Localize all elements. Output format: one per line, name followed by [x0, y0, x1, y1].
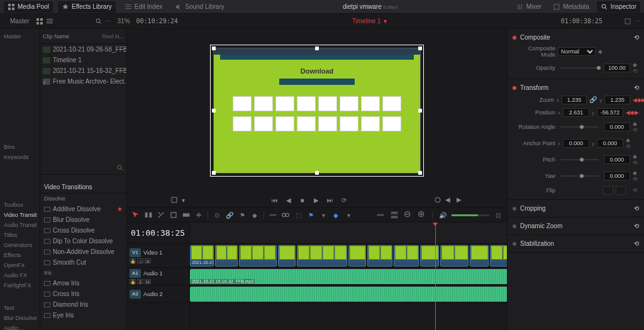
timeline-ruler[interactable]: [190, 223, 507, 244]
column-header[interactable]: Clip Name: [43, 33, 69, 40]
track-badge[interactable]: A2: [130, 290, 141, 299]
anchor-y-value[interactable]: 0.000: [597, 139, 623, 148]
video-clip[interactable]: [440, 245, 469, 267]
clip-item[interactable]: 2021-10-21 15-16-32_FFB...: [40, 65, 126, 76]
timeline-body[interactable]: 2021-10-21 09-26-58_FFB.mp4: [190, 223, 507, 330]
composite-mode-select[interactable]: Normal: [558, 47, 596, 56]
track-header-v1[interactable]: V1Video 1 🔒◇⊘: [127, 244, 189, 268]
sidebar-item[interactable]: Bins: [3, 142, 37, 152]
track-header-a1[interactable]: A1Audio 1 🔒SM: [127, 268, 189, 285]
audio-track-1[interactable]: 2021-10-21 15-16-32_FFB.mp3: [190, 268, 507, 285]
lock-icon[interactable]: 🔒: [130, 258, 136, 263]
audio-clip[interactable]: [190, 287, 507, 302]
zoom-out-icon[interactable]: [403, 210, 413, 220]
sidebar-item[interactable]: FairlightFX: [3, 280, 37, 290]
solo-toggle[interactable]: S: [137, 279, 143, 284]
video-clip[interactable]: [420, 245, 439, 267]
sidebar-item[interactable]: Video Transitions: [3, 210, 37, 220]
group-label[interactable]: Dissolve: [40, 194, 126, 204]
position-lock[interactable]: ⬚: [293, 210, 303, 220]
video-clip[interactable]: [278, 245, 296, 267]
timeline-selector[interactable]: Timeline 1 ▾: [352, 18, 387, 25]
flag-blue[interactable]: ⚑: [306, 210, 316, 220]
zoom-in-icon[interactable]: [417, 210, 427, 220]
link-toggle[interactable]: [280, 210, 291, 220]
marker-blue[interactable]: ◆: [331, 210, 341, 220]
flip-h-button[interactable]: [603, 186, 613, 195]
resize-handle[interactable]: [418, 109, 422, 113]
zoom-slider-icon[interactable]: [375, 210, 386, 220]
resize-handle[interactable]: [315, 171, 319, 175]
blade-tool[interactable]: [156, 210, 166, 220]
transition-item[interactable]: Eye Iris: [40, 310, 126, 321]
tab-inspector[interactable]: Inspector: [597, 1, 640, 13]
lock-icon[interactable]: 🔒: [130, 279, 136, 284]
volume-icon[interactable]: 🔊: [438, 210, 448, 220]
dropdown-icon[interactable]: ▾: [343, 210, 353, 220]
transition-item[interactable]: Cross Iris: [40, 289, 126, 299]
section-dynamic-zoom[interactable]: Dynamic Zoom⟲: [513, 220, 639, 232]
pos-y-value[interactable]: -56.572: [597, 108, 623, 117]
transition-item[interactable]: Non-Additive Dissolve: [40, 246, 126, 257]
replace-tool[interactable]: [194, 210, 204, 220]
clip-item[interactable]: ♪Free Music Archive- Elect...: [40, 76, 126, 87]
sidebar-item[interactable]: Generators: [3, 240, 37, 250]
resize-handle[interactable]: [418, 47, 422, 50]
keyframe-controls[interactable]: ◀◆▶: [626, 109, 632, 116]
loop-button[interactable]: ⟳: [340, 195, 348, 204]
mark-in-icon[interactable]: ◀: [445, 196, 453, 204]
mute-icon[interactable]: ⊡: [493, 210, 503, 220]
keyframe-controls[interactable]: ◆ ⟲: [626, 137, 632, 150]
disable-toggle[interactable]: ⊘: [145, 258, 151, 263]
sidebar-item[interactable]: Keywords: [3, 152, 37, 162]
anchor-x-value[interactable]: 0.000: [563, 139, 589, 148]
timeline-timecode[interactable]: 01:00:38:25: [127, 223, 189, 244]
search-icon[interactable]: [95, 18, 103, 25]
playhead[interactable]: [435, 223, 436, 330]
video-clip[interactable]: [215, 245, 238, 267]
keyframe-controls[interactable]: ◆ ⟲: [633, 62, 639, 74]
resize-handle[interactable]: [418, 171, 422, 175]
pitch-value[interactable]: 0.000: [604, 155, 630, 164]
more-icon[interactable]: ⋯: [634, 18, 640, 25]
keyframe-controls[interactable]: ◆ ⟲: [633, 170, 639, 182]
sidebar-item[interactable]: Text: [3, 303, 37, 313]
section-cropping[interactable]: Cropping⟲: [513, 202, 639, 214]
opacity-value[interactable]: 100.00: [604, 63, 630, 72]
keyframe-controls[interactable]: ◀◆▶: [633, 97, 639, 103]
flag-tool[interactable]: ⚑: [237, 210, 247, 220]
resize-handle[interactable]: [212, 47, 216, 50]
overwrite-tool[interactable]: [181, 210, 191, 220]
resize-handle[interactable]: [315, 47, 319, 50]
snap-tool[interactable]: ⊙: [212, 210, 222, 220]
match-frame-icon[interactable]: [434, 196, 441, 204]
tab-media-pool[interactable]: Media Pool: [4, 1, 53, 13]
sidebar-item[interactable]: Titles: [3, 230, 37, 240]
resize-handle[interactable]: [212, 171, 216, 175]
clip-item[interactable]: Timeline 1: [40, 55, 126, 65]
pitch-slider[interactable]: [560, 159, 599, 160]
video-clip[interactable]: [348, 245, 366, 267]
video-clip[interactable]: [367, 245, 392, 267]
track-badge[interactable]: A1: [130, 269, 141, 278]
video-clip[interactable]: [394, 245, 419, 267]
auto-select-toggle[interactable]: ◇: [137, 258, 143, 263]
marker-tool[interactable]: ◆: [250, 210, 260, 220]
keyframe-controls[interactable]: ◆ ⟲: [633, 121, 639, 133]
audio-track-2[interactable]: [190, 285, 507, 303]
yaw-value[interactable]: 0.000: [604, 172, 630, 180]
sidebar-item[interactable]: Blur Dissolve: [3, 313, 37, 323]
transition-item[interactable]: Cross Dissolve: [40, 225, 126, 236]
keyframe-controls[interactable]: ◆ ⟲: [633, 153, 639, 166]
tab-metadata[interactable]: Metadata: [549, 1, 593, 13]
opacity-slider[interactable]: [560, 67, 599, 69]
section-stabilization[interactable]: Stabilization⟲: [513, 238, 639, 250]
sidebar-item[interactable]: Master: [3, 31, 37, 41]
section-composite[interactable]: Composite⟲: [513, 31, 639, 43]
video-clip[interactable]: [470, 245, 489, 267]
tab-effects-library[interactable]: Effects Library: [58, 1, 116, 13]
rotation-value[interactable]: 0.000: [604, 123, 630, 131]
flip-v-button[interactable]: [616, 186, 626, 195]
favorite-icon[interactable]: ★: [117, 206, 123, 212]
play-button[interactable]: ▶: [312, 195, 321, 204]
